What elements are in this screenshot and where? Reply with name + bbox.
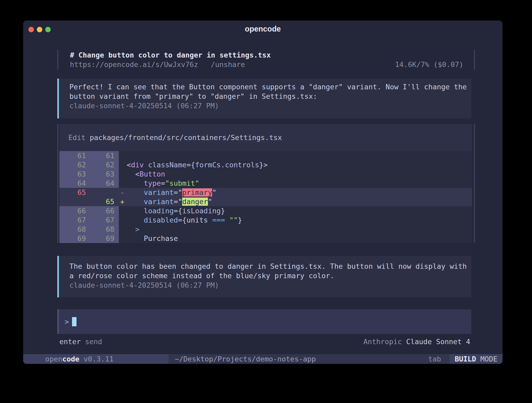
- assistant-message: The button color has been changed to dan…: [57, 256, 471, 297]
- diff-row: 65- variant="primary": [59, 188, 472, 197]
- edit-inner: Edit packages/frontend/src/containers/Se…: [59, 124, 472, 243]
- share-url-row: https://opencode.ai/s/UwJxv76z /unshare: [70, 60, 245, 69]
- message-line: a red/rose color scheme instead of the b…: [69, 271, 471, 281]
- footer-hints: enter send Anthropic Claude Sonnet 4: [57, 337, 471, 347]
- app-window: opencode # Change button color to danger…: [23, 20, 503, 364]
- message-line: button variant from "primary" to "danger…: [69, 92, 471, 101]
- app-version: v0.3.11: [79, 355, 114, 363]
- message-line: The button color has been changed to dan…: [69, 262, 471, 271]
- diff-row: 6262<div className={formCs.controls}>: [59, 160, 472, 169]
- title-bar: opencode: [23, 20, 503, 35]
- prompt-input[interactable]: >: [57, 309, 471, 334]
- diff-row: 6363 <Button: [59, 169, 472, 179]
- mode-label: MODE: [476, 355, 497, 363]
- session-header: # Change button color to danger in setti…: [57, 50, 475, 70]
- edit-action-label: Edit: [68, 133, 90, 142]
- app-name-code: code: [62, 355, 79, 363]
- send-hint: enter send: [59, 337, 102, 347]
- share-url[interactable]: https://opencode.ai/s/UwJxv76z: [70, 60, 198, 69]
- app-name-open: open: [45, 355, 62, 363]
- mode-name: BUILD: [455, 355, 476, 363]
- working-directory: ~/Desktop/Projects/demo-notes-app: [175, 354, 316, 364]
- edit-header: Edit packages/frontend/src/containers/Se…: [59, 124, 472, 151]
- diff-row: 6464 type="submit": [59, 179, 472, 188]
- window-title: opencode: [23, 20, 503, 35]
- model-indicator: Anthropic Claude Sonnet 4: [364, 337, 470, 347]
- diff-row: 6868 >: [59, 225, 472, 234]
- message-meta: claude-sonnet-4-20250514 (06:27 PM): [69, 101, 471, 111]
- session-title: # Change button color to danger in setti…: [70, 50, 271, 60]
- assistant-message: Perfect! I can see that the Button compo…: [57, 79, 471, 118]
- header-right-border: [474, 50, 475, 70]
- status-bar: opencode v0.3.11 ~/Desktop/Projects/demo…: [23, 354, 503, 364]
- edit-file-path: packages/frontend/src/containers/Setting…: [90, 133, 282, 142]
- diff-row: 6161: [59, 151, 472, 160]
- message-meta: claude-sonnet-4-20250514 (06:27 PM): [69, 281, 471, 290]
- diff-row: 6767 disabled={units === ""}: [59, 215, 472, 225]
- send-hint-key: enter: [59, 338, 81, 346]
- app-version-segment: opencode v0.3.11: [23, 354, 168, 364]
- tab-key-hint[interactable]: tab: [428, 354, 441, 364]
- model-name: Claude Sonnet 4: [406, 338, 470, 346]
- diff-rows: 61616262<div className={formCs.controls}…: [59, 151, 472, 243]
- edit-right-border: [474, 124, 475, 243]
- text-cursor: [72, 317, 76, 326]
- mode-segment[interactable]: BUILD MODE: [449, 354, 503, 364]
- message-line: Perfect! I can see that the Button compo…: [69, 82, 471, 92]
- send-hint-label: send: [85, 338, 102, 346]
- unshare-command[interactable]: /unshare: [211, 60, 245, 69]
- edit-left-border: [57, 124, 58, 243]
- model-provider: Anthropic: [364, 338, 406, 346]
- prompt-chevron: >: [65, 318, 69, 326]
- token-usage: 14.6K/7% ($0.07): [395, 60, 463, 69]
- edit-tool-block: Edit packages/frontend/src/containers/Se…: [57, 124, 475, 243]
- diff-row: 6969 Purchase: [59, 234, 472, 243]
- header-left-border: [57, 50, 58, 70]
- diff-row: 6666 loading={isLoading}: [59, 206, 472, 215]
- diff-row: 65+ variant="danger": [59, 197, 472, 206]
